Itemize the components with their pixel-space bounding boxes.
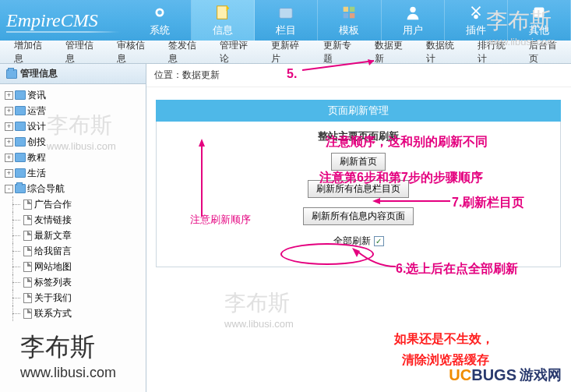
submenu-comment[interactable]: 管理评论: [210, 39, 262, 65]
tree-node[interactable]: +生活: [5, 165, 143, 181]
tree-child[interactable]: 关于我们: [5, 290, 143, 305]
submenu-add[interactable]: 增加信息: [5, 39, 56, 65]
submenu-sign[interactable]: 签发信息: [159, 39, 210, 65]
tree-label: 友情链接: [34, 212, 72, 228]
svg-rect-10: [534, 8, 544, 18]
tree-label: 生活: [27, 165, 46, 181]
tree-label: 关于我们: [34, 290, 72, 305]
expand-icon[interactable]: +: [5, 169, 13, 178]
tree-child[interactable]: 网站地图: [5, 259, 143, 274]
submenu-audit[interactable]: 审核信息: [108, 39, 159, 65]
tree-label: 设计: [27, 118, 46, 134]
doc-icon: [23, 231, 32, 241]
refresh-all-checkbox[interactable]: ✓: [374, 236, 384, 246]
tree-label: 教程: [27, 150, 46, 165]
tree-label: 标签列表: [34, 274, 72, 290]
sidebar-title: 管理信息: [0, 64, 146, 84]
menu-other[interactable]: 其他: [508, 0, 571, 41]
tree-child[interactable]: 最新文章: [5, 228, 143, 243]
submenu-stats[interactable]: 数据统计: [417, 39, 468, 65]
svg-rect-5: [350, 7, 354, 12]
folder-icon: [15, 184, 26, 193]
tree-label: 综合导航: [27, 181, 65, 196]
submenu-home[interactable]: 后台首页: [520, 39, 571, 65]
plugin-icon: [465, 4, 487, 21]
submenu-topic[interactable]: 更新专题: [314, 39, 365, 65]
folder-icon: [15, 90, 26, 100]
menu-label: 插件: [466, 23, 486, 37]
doc-icon: [23, 215, 32, 225]
tree-child[interactable]: 标签列表: [5, 274, 143, 290]
gear-icon: [149, 4, 171, 21]
menu-system[interactable]: 系统: [129, 0, 192, 41]
doc-icon: [23, 262, 32, 272]
menu-column[interactable]: 栏目: [255, 0, 318, 41]
tree-node[interactable]: +教程: [5, 150, 143, 165]
menu-label: 模板: [339, 23, 359, 37]
sidebar-title-text: 管理信息: [20, 67, 58, 80]
tree-label: 运营: [27, 103, 46, 118]
tree: +资讯 +运营 +设计 +创投 +教程 +生活 -综合导航 广告合作 友情链接 …: [0, 84, 146, 324]
svg-rect-7: [350, 13, 354, 18]
expand-icon[interactable]: +: [5, 91, 13, 100]
note-icon: [212, 4, 234, 21]
submenu-dataupdate[interactable]: 数据更新: [365, 39, 417, 65]
submenu-rank[interactable]: 排行统计: [468, 39, 520, 65]
section-title: 整站主要页面刷新: [318, 129, 399, 143]
folder-icon: [15, 106, 26, 115]
menu-info[interactable]: 信息: [192, 0, 255, 41]
tree-node[interactable]: +运营: [5, 103, 143, 118]
menu-label: 栏目: [276, 23, 296, 37]
folder-icon: [15, 168, 26, 178]
top-bar: EmpireCMS 系统 信息 栏目 模板 用户 插件 其他: [0, 0, 571, 41]
folder-icon: [6, 69, 17, 79]
refresh-home-button[interactable]: 刷新首页: [331, 153, 386, 171]
tree-node[interactable]: +资讯: [5, 87, 143, 103]
tree-node[interactable]: -综合导航: [5, 181, 143, 196]
menu-plugin[interactable]: 插件: [445, 0, 508, 41]
menu-template[interactable]: 模板: [318, 0, 381, 41]
body: 管理信息 +资讯 +运营 +设计 +创投 +教程 +生活 -综合导航 广告合作 …: [0, 64, 571, 392]
main-menu: 系统 信息 栏目 模板 用户 插件 其他: [129, 0, 571, 41]
submenu-fragment[interactable]: 更新碎片: [262, 39, 313, 65]
tree-label: 网站地图: [34, 259, 72, 274]
menu-label: 系统: [150, 23, 170, 37]
expand-icon[interactable]: +: [5, 154, 13, 162]
tree-label: 联系方式: [34, 305, 72, 321]
main: 位置：数据更新 页面刷新管理 整站主要页面刷新 刷新首页 刷新所有信息栏目页 刷…: [146, 64, 571, 392]
doc-icon: [23, 293, 32, 303]
expand-icon[interactable]: +: [5, 138, 13, 147]
expand-icon[interactable]: +: [5, 107, 13, 115]
tree-node[interactable]: +创投: [5, 134, 143, 150]
tree-child[interactable]: 广告合作: [5, 196, 143, 212]
refresh-all-label: 全部刷新: [333, 235, 371, 248]
collapse-icon[interactable]: -: [5, 185, 13, 193]
tree-node[interactable]: +设计: [5, 118, 143, 134]
submenu-manage[interactable]: 管理信息: [56, 39, 108, 65]
svg-rect-2: [217, 6, 227, 19]
refresh-columns-button[interactable]: 刷新所有信息栏目页: [308, 180, 409, 198]
panel-title: 页面刷新管理: [156, 100, 561, 122]
svg-point-9: [474, 15, 478, 19]
refresh-panel: 页面刷新管理 整站主要页面刷新 刷新首页 刷新所有信息栏目页 刷新所有信息内容页…: [156, 100, 561, 267]
refresh-content-button[interactable]: 刷新所有信息内容页面: [303, 207, 414, 225]
doc-icon: [23, 246, 32, 256]
tree-label: 广告合作: [34, 196, 72, 212]
user-icon: [402, 4, 424, 21]
svg-rect-4: [344, 7, 348, 12]
panel-body: 整站主要页面刷新 刷新首页 刷新所有信息栏目页 刷新所有信息内容页面 全部刷新 …: [156, 122, 561, 267]
watermark: 李布斯www.libusi.com: [224, 288, 294, 330]
template-icon: [338, 4, 360, 21]
tree-child[interactable]: 友情链接: [5, 212, 143, 228]
tree-child[interactable]: 给我留言: [5, 243, 143, 259]
menu-label: 信息: [213, 23, 233, 37]
folder-icon: [15, 153, 26, 162]
folder-icon: [15, 122, 26, 131]
folder-icon: [15, 137, 26, 147]
tree-child[interactable]: 联系方式: [5, 305, 143, 321]
tree-label: 给我留言: [34, 243, 72, 259]
expand-icon[interactable]: +: [5, 122, 13, 131]
menu-user[interactable]: 用户: [382, 0, 445, 41]
svg-rect-3: [280, 9, 293, 19]
breadcrumb-label: 位置：: [154, 69, 182, 80]
